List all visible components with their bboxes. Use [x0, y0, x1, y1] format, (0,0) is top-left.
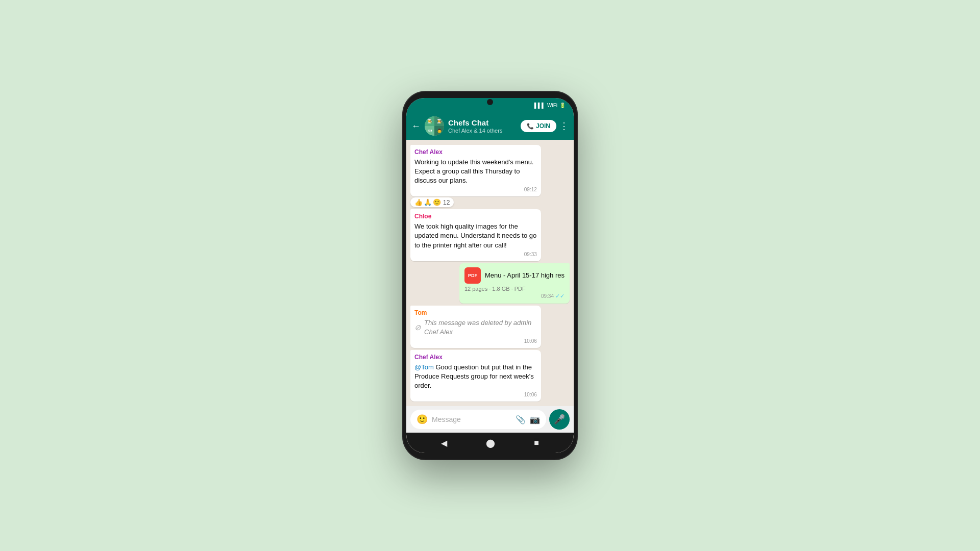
- message-text-reply: @Tom Good question but put that in the P…: [414, 363, 537, 391]
- message-time-deleted: 10:06: [524, 338, 537, 345]
- nav-home-button[interactable]: ⬤: [486, 438, 495, 448]
- message-row: Chef Alex Working to update this weekend…: [410, 145, 570, 207]
- message-meta-1: 09:12: [414, 186, 537, 193]
- chat-area: Chef Alex Working to update this weekend…: [406, 140, 574, 406]
- message-row-tom: Tom ⊘ This message was deleted by admin …: [410, 306, 570, 348]
- message-time-1: 09:12: [524, 186, 537, 193]
- double-tick-icon: ✓✓: [555, 293, 565, 299]
- pdf-icon: PDF: [464, 267, 481, 284]
- file-bubble[interactable]: PDF Menu - April 15-17 high res 12 pages…: [459, 263, 570, 304]
- file-time-meta: 09:34 ✓✓: [464, 293, 565, 299]
- join-label: JOIN: [536, 122, 550, 130]
- message-bubble-deleted: Tom ⊘ This message was deleted by admin …: [410, 306, 541, 348]
- sender-name-chef-alex: Chef Alex: [414, 148, 537, 157]
- chat-info[interactable]: Chefs Chat Chef Alex & 14 others: [448, 118, 517, 134]
- mic-icon: 🎤: [554, 414, 565, 425]
- reactions-1[interactable]: 👍 🙏 🙂 12: [410, 197, 454, 207]
- chat-header: ← 👨‍🍳 👩‍🍳 🍽 👨 Chefs Chat Chef Alex & 14 …: [406, 112, 574, 140]
- message-meta-reply: 10:06: [414, 391, 537, 398]
- sender-name-tom: Tom: [414, 309, 537, 317]
- message-bubble-reply: Chef Alex @Tom Good question but put tha…: [410, 350, 541, 402]
- reaction-thumbs-up: 👍: [414, 198, 423, 206]
- message-time-2: 09:33: [524, 251, 537, 258]
- phone-device: ▌▌▌ WiFi 🔋 ← 👨‍🍳 👩‍🍳 🍽 👨 Ch: [403, 92, 577, 459]
- signal-icon: ▌▌▌: [534, 103, 545, 108]
- message-placeholder: Message: [432, 415, 511, 423]
- chat-subtitle: Chef Alex & 14 others: [448, 128, 517, 134]
- phone-icon: 📞: [527, 123, 534, 130]
- file-time: 09:34: [541, 293, 554, 299]
- avatar-q1: 👨‍🍳: [425, 116, 434, 126]
- mic-button[interactable]: 🎤: [549, 409, 570, 430]
- nav-back-button[interactable]: ◀: [441, 438, 447, 448]
- deleted-text-content: This message was deleted by admin Chef A…: [424, 318, 537, 337]
- message-input-container[interactable]: 🙂 Message 📎 📷: [410, 410, 546, 429]
- message-row-file: PDF Menu - April 15-17 high res 12 pages…: [410, 263, 570, 304]
- mention-tom: @Tom: [414, 363, 434, 371]
- file-name: Menu - April 15-17 high res: [485, 271, 565, 279]
- message-meta-deleted: 10:06: [414, 338, 537, 345]
- deleted-message: ⊘ This message was deleted by admin Chef…: [414, 318, 537, 337]
- message-bubble-2: Chloe We took high quality images for th…: [410, 209, 541, 261]
- input-area: 🙂 Message 📎 📷 🎤: [406, 406, 574, 433]
- sender-name-chloe: Chloe: [414, 212, 537, 221]
- chat-title: Chefs Chat: [448, 118, 517, 128]
- phone-frame: ▌▌▌ WiFi 🔋 ← 👨‍🍳 👩‍🍳 🍽 👨 Ch: [403, 92, 577, 459]
- reaction-count: 12: [443, 199, 450, 206]
- avatar-q3: 🍽: [425, 126, 434, 136]
- camera-notch: [487, 99, 493, 105]
- back-button[interactable]: ←: [411, 121, 421, 132]
- nav-square-button[interactable]: ■: [534, 438, 539, 447]
- nav-bar: ◀ ⬤ ■: [406, 433, 574, 453]
- attachment-button[interactable]: 📎: [516, 415, 526, 424]
- more-options-icon[interactable]: ⋮: [559, 120, 569, 132]
- camera-button[interactable]: 📷: [530, 415, 540, 424]
- message-bubble-1: Chef Alex Working to update this weekend…: [410, 145, 541, 196]
- message-time-reply: 10:06: [524, 391, 537, 398]
- emoji-button[interactable]: 🙂: [416, 414, 428, 425]
- message-row-reply: Chef Alex @Tom Good question but put tha…: [410, 350, 570, 402]
- reaction-smile: 🙂: [433, 198, 441, 206]
- file-meta: 12 pages · 1.8 GB · PDF: [464, 286, 565, 292]
- avatar-q2: 👩‍🍳: [434, 116, 444, 126]
- message-text-1: Working to update this weekend's menu. E…: [414, 158, 537, 186]
- message-meta-2: 09:33: [414, 251, 537, 258]
- status-icons: ▌▌▌ WiFi 🔋: [534, 103, 566, 108]
- reaction-pray: 🙏: [424, 198, 432, 206]
- battery-icon: 🔋: [559, 103, 566, 108]
- deleted-icon: ⊘: [414, 322, 421, 333]
- file-header: PDF Menu - April 15-17 high res: [464, 267, 565, 284]
- message-row-chloe: Chloe We took high quality images for th…: [410, 209, 570, 261]
- phone-screen: ▌▌▌ WiFi 🔋 ← 👨‍🍳 👩‍🍳 🍽 👨 Ch: [406, 98, 574, 453]
- wifi-icon: WiFi: [547, 103, 557, 108]
- header-actions: 📞 JOIN ⋮: [521, 120, 569, 132]
- group-avatar[interactable]: 👨‍🍳 👩‍🍳 🍽 👨: [425, 116, 444, 136]
- sender-name-chef-alex-2: Chef Alex: [414, 353, 537, 362]
- join-button[interactable]: 📞 JOIN: [521, 120, 556, 132]
- message-text-2: We took high quality images for the upda…: [414, 222, 537, 250]
- avatar-q4: 👨: [434, 126, 444, 136]
